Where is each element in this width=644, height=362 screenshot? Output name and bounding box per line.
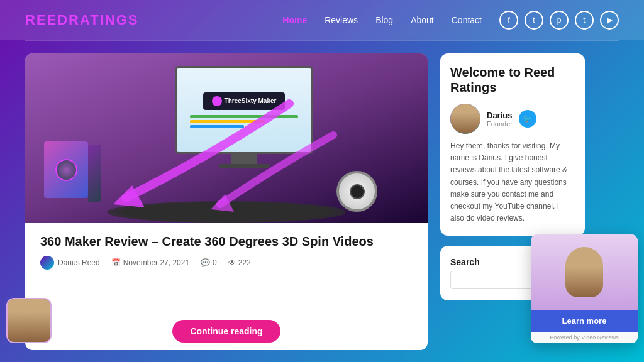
nav-blog[interactable]: Blog [375, 15, 393, 25]
product-box-side [88, 145, 101, 202]
nav-reviews[interactable]: Reviews [325, 15, 358, 25]
logo-label: ThreeSixty Maker [225, 97, 277, 104]
monitor-screen-inner: ThreeSixty Maker [177, 68, 311, 152]
screen-bar-2 [190, 120, 265, 123]
screen-bar-3 [190, 125, 244, 128]
product-box [44, 141, 101, 211]
welcome-card: Welcome to Reed Ratings Darius Founder 🐦… [440, 53, 585, 236]
comment-icon: 💬 [201, 258, 210, 267]
author-avatar-small [40, 256, 54, 270]
monitor-base [219, 164, 269, 168]
nav-about[interactable]: About [411, 15, 434, 25]
meta-date: 📅 November 27, 2021 [111, 258, 189, 267]
author-role: Founder [487, 120, 513, 128]
social-facebook[interactable]: f [499, 11, 518, 30]
video-person-face [565, 247, 603, 297]
video-widget: Learn more Powered by Video Reviews [531, 234, 638, 343]
author-bio: Hey there, thanks for visiting. My name … [450, 140, 575, 224]
logo-text: ReedRatings [25, 12, 139, 28]
nav-contact[interactable]: Contact [452, 15, 482, 25]
threesixty-logo: ThreeSixty Maker [203, 92, 286, 110]
author-name-sidebar: Darius [487, 111, 513, 120]
logo-icon [212, 96, 222, 106]
date-value: November 27, 2021 [123, 258, 189, 267]
stage [107, 201, 346, 223]
article-card: ThreeSixty Maker [25, 53, 428, 350]
site-logo[interactable]: ReedRatings [25, 12, 139, 28]
article-image: ThreeSixty Maker [25, 53, 428, 223]
social-youtube[interactable]: ▶ [600, 11, 619, 30]
video-preview [531, 234, 638, 310]
meta-author: Darius Reed [40, 256, 100, 270]
monitor: ThreeSixty Maker [156, 66, 332, 179]
article-title: 360 Maker Review – Create 360 Degrees 3D… [40, 233, 413, 250]
video-person [531, 234, 638, 310]
author-info-block: Darius Founder [487, 111, 513, 128]
social-pinterest[interactable]: p [550, 11, 569, 30]
social-icons-group: f t p t ▶ [499, 11, 619, 30]
meta-views: 👁 222 [228, 258, 251, 267]
screen-bar-1 [190, 115, 297, 118]
calendar-icon: 📅 [111, 258, 121, 267]
nav-home[interactable]: Home [282, 15, 307, 25]
author-avatar-inner [450, 104, 480, 134]
author-row: Darius Founder 🐦 [450, 104, 575, 134]
article-image-bg: ThreeSixty Maker [25, 53, 428, 223]
powered-by-text: Powered by Video Reviews [531, 332, 638, 343]
screen-bars [190, 115, 297, 128]
views-value: 222 [238, 258, 251, 267]
social-tumblr[interactable]: t [575, 11, 594, 30]
meta-comments: 💬 0 [201, 258, 217, 267]
continue-reading-button[interactable]: Continue reading [172, 320, 280, 343]
floating-avatar-inner [8, 299, 50, 342]
header: ReedRatings Home Reviews Blog About Cont… [0, 0, 644, 40]
article-meta: Darius Reed 📅 November 27, 2021 💬 0 👁 22… [40, 256, 413, 270]
product-box-face [44, 141, 88, 198]
comments-value: 0 [213, 258, 217, 267]
article-content: 360 Maker Review – Create 360 Degrees 3D… [25, 223, 428, 350]
author-avatar [450, 104, 480, 134]
welcome-title: Welcome to Reed Ratings [450, 65, 575, 95]
camera-lens [350, 184, 365, 199]
author-name: Darius Reed [58, 258, 100, 267]
author-social-button[interactable]: 🐦 [519, 110, 536, 128]
monitor-stand [231, 154, 257, 164]
views-icon: 👁 [228, 258, 236, 267]
product-box-circle [55, 159, 77, 181]
camera-360 [336, 171, 377, 212]
social-twitter[interactable]: t [525, 11, 543, 30]
main-nav: Home Reviews Blog About Contact f t p t … [282, 11, 619, 30]
floating-avatar [6, 298, 52, 343]
learn-more-button[interactable]: Learn more [531, 310, 638, 332]
monitor-screen: ThreeSixty Maker [175, 66, 313, 154]
